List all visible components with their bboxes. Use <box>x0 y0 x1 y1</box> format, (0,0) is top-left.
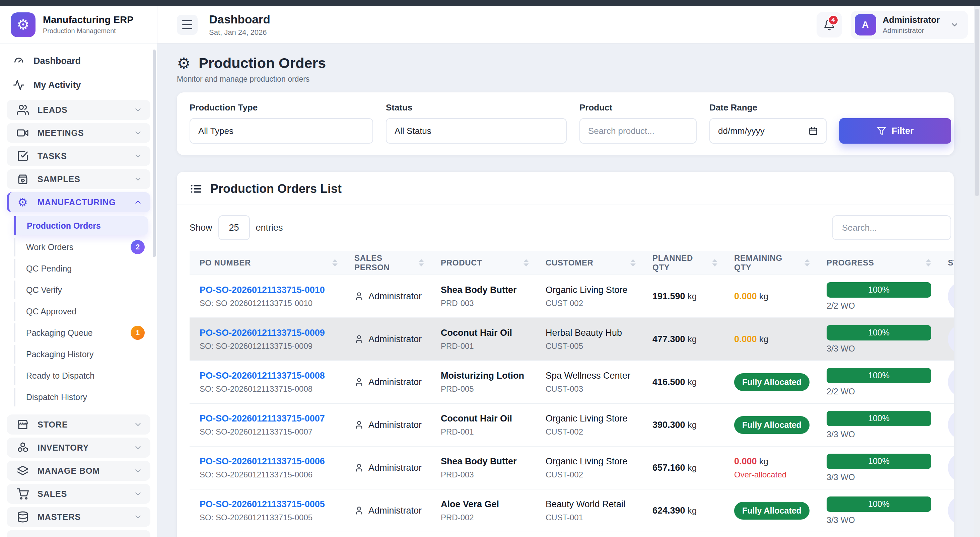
sidebar-item-sales[interactable]: SALES <box>7 484 150 504</box>
user-menu[interactable]: A Administrator Administrator <box>851 11 968 39</box>
chevron-down-icon <box>134 420 142 429</box>
sidebar-item-manufacturing[interactable]: ⚙MANUFACTURING <box>7 192 150 212</box>
sales-person: Administrator <box>354 463 424 473</box>
sidebar-subitem-label: Packaging Queue <box>26 328 130 338</box>
column-label: CUSTOMER <box>546 258 593 267</box>
notifications-button[interactable]: 4 <box>816 12 842 38</box>
column-header-product[interactable]: PRODUCT <box>431 251 536 275</box>
sidebar-subitem-qc-pending[interactable]: QC Pending <box>14 259 148 278</box>
progress-cell: 100%3/3 WO <box>816 446 938 489</box>
sidebar-subitem-qc-approved[interactable]: QC Approved <box>14 302 148 321</box>
sidebar-item-dashboard[interactable]: Dashboard <box>13 52 150 70</box>
sidebar-item-masters[interactable]: MASTERS <box>7 507 150 527</box>
product-code: PRD-001 <box>441 342 529 351</box>
sync-button[interactable] <box>948 410 954 440</box>
table-row: PO-SO-20260121133715-0008SO: SO-20260121… <box>189 361 954 404</box>
status-select[interactable]: All Status <box>386 118 567 144</box>
sidebar-item-label: STORE <box>38 420 125 429</box>
product-code: PRD-005 <box>441 384 529 394</box>
sidebar-item-label: MEETINGS <box>38 128 125 138</box>
gear-icon: ⚙ <box>17 196 29 208</box>
column-header-progress[interactable]: PROGRESS <box>816 251 938 275</box>
production-type-select[interactable]: All Types <box>189 118 373 144</box>
customer-cell: Organic Living StoreCUST-002 <box>536 404 643 446</box>
po-cell: PO-SO-20260121133715-0005SO: SO-20260121… <box>189 489 344 532</box>
sidebar-item-my-activity[interactable]: My Activity <box>13 76 150 94</box>
column-header-sales-person[interactable]: SALES PERSON <box>344 251 431 275</box>
po-number-link[interactable]: PO-SO-20260121133715-0008 <box>200 370 337 381</box>
sidebar-subitem-dispatch-history[interactable]: Dispatch History <box>14 388 148 407</box>
sidebar-subitem-packaging-history[interactable]: Packaging History <box>14 345 148 364</box>
sidebar-subitem-packaging-queue[interactable]: Packaging Queue1 <box>14 323 148 342</box>
menu-toggle-button[interactable] <box>177 15 197 35</box>
column-header-po-number[interactable]: PO NUMBER <box>189 251 344 275</box>
sidebar-scrollbar[interactable] <box>153 49 156 257</box>
sales-person-cell: Administrator <box>344 361 431 404</box>
po-cell: PO-SO-20260121133715-0010SO: SO-20260121… <box>189 275 344 318</box>
status-cell <box>938 318 954 361</box>
sidebar-item-meetings[interactable]: MEETINGS <box>7 123 150 143</box>
sidebar-subitem-label: QC Verify <box>26 285 148 295</box>
planned-qty: 390.300 kg <box>652 420 718 430</box>
sidebar-item-leads[interactable]: LEADS <box>7 100 150 120</box>
filter-button[interactable]: Filter <box>839 118 951 144</box>
customer-code: CUST-005 <box>546 342 636 351</box>
sidebar-subitem-qc-verify[interactable]: QC Verify <box>14 281 148 299</box>
product-cell: Coconut Hair OilPRD-001 <box>431 318 536 361</box>
page-subtitle: Monitor and manage production orders <box>177 75 954 84</box>
po-number-link[interactable]: PO-SO-20260121133715-0005 <box>200 499 337 510</box>
column-header-customer[interactable]: CUSTOMER <box>536 251 643 275</box>
sidebar: ⚙ Manufacturing ERP Production Managemen… <box>0 6 158 537</box>
sync-button[interactable] <box>948 496 954 525</box>
so-number: SO: SO-20260121133715-0006 <box>200 470 337 480</box>
sidebar-subitem-production-orders[interactable]: Production Orders <box>14 216 148 235</box>
page-scrollbar[interactable] <box>974 6 980 537</box>
sync-button[interactable] <box>948 367 954 397</box>
customer-code: CUST-002 <box>546 299 636 308</box>
table-row: PO-SO-20260121133715-0009SO: SO-20260121… <box>189 318 954 361</box>
show-label: Show <box>189 222 212 233</box>
divider <box>177 205 954 205</box>
sidebar-item-tasks[interactable]: TASKS <box>7 146 150 166</box>
sidebar-subitem-work-orders[interactable]: Work Orders2 <box>14 238 148 256</box>
sidebar-subitem-label: Production Orders <box>27 221 148 231</box>
sync-button[interactable] <box>948 281 954 311</box>
status-cell <box>938 446 954 489</box>
sort-arrows-icon <box>523 259 529 267</box>
sync-button[interactable] <box>948 453 954 483</box>
product-label: Product <box>579 102 697 113</box>
sync-button[interactable] <box>948 324 954 354</box>
progress-cell: 100%3/3 WO <box>816 489 938 532</box>
po-number-link[interactable]: PO-SO-20260121133715-0009 <box>200 328 337 338</box>
orders-table-wrap: PO NUMBERSALES PERSONPRODUCTCUSTOMERPLAN… <box>189 251 954 532</box>
product-cell: Coconut Hair OilPRD-001 <box>431 404 536 446</box>
po-number-link[interactable]: PO-SO-20260121133715-0006 <box>200 456 337 467</box>
po-number-link[interactable]: PO-SO-20260121133715-0010 <box>200 285 337 295</box>
work-orders-count: 3/3 WO <box>827 515 931 525</box>
app-name: Manufacturing ERP <box>43 14 134 25</box>
date-range-input[interactable]: dd/mm/yyyy <box>710 118 827 144</box>
entries-per-page-select[interactable]: 25 <box>218 215 250 240</box>
product-search-input[interactable] <box>579 118 697 144</box>
table-search-input[interactable] <box>832 215 951 240</box>
table-row: PO-SO-20260121133715-0006SO: SO-20260121… <box>189 446 954 489</box>
sidebar-subitem-ready-to-dispatch[interactable]: Ready to Dispatch <box>14 366 148 385</box>
orders-table: PO NUMBERSALES PERSONPRODUCTCUSTOMERPLAN… <box>189 251 954 532</box>
sidebar-item-store[interactable]: STORE <box>7 415 150 435</box>
planned-qty-cell: 624.390 kg <box>643 489 724 532</box>
column-header-remaining-qty[interactable]: REMAINING QTY <box>724 251 816 275</box>
sidebar-nav: DashboardMy ActivityLEADSMEETINGSTASKSSA… <box>0 43 157 537</box>
sidebar-item-manage-bom[interactable]: MANAGE BOM <box>7 461 150 481</box>
notification-badge: 4 <box>828 15 838 25</box>
qty-unit: kg <box>685 463 697 473</box>
column-header-planned-qty[interactable]: PLANNED QTY <box>643 251 724 275</box>
product-name: Shea Body Butter <box>441 285 529 295</box>
work-orders-count: 3/3 WO <box>827 429 931 439</box>
sidebar-item-inventory[interactable]: INVENTORY <box>7 438 150 458</box>
sidebar-item-samples[interactable]: SAMPLES <box>7 169 150 189</box>
qty-unit: kg <box>685 377 697 387</box>
column-label: SALES PERSON <box>354 253 415 272</box>
table-row: PO-SO-20260121133715-0007SO: SO-20260121… <box>189 404 954 446</box>
po-number-link[interactable]: PO-SO-20260121133715-0007 <box>200 413 337 424</box>
product-cell: Shea Body ButterPRD-003 <box>431 446 536 489</box>
